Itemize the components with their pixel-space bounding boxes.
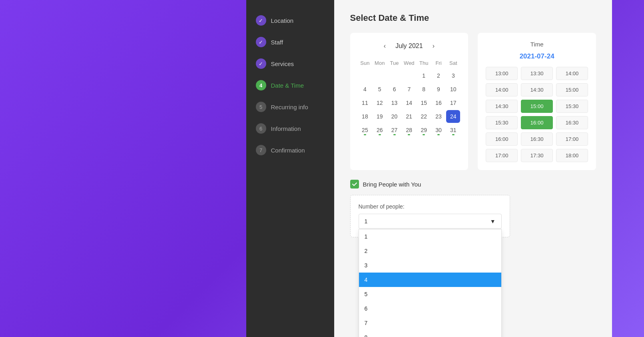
time-grid: 13:00 13:30 14:00 14:00 14:30 15:00 14:3…	[486, 67, 588, 162]
sidebar-item-confirmation[interactable]: 7 Confirmation	[246, 139, 334, 161]
dropdown-option-5[interactable]: 5	[359, 287, 501, 301]
time-slot-1630-1[interactable]: 16:30	[556, 116, 588, 129]
time-slot-1400-1[interactable]: 14:00	[556, 67, 588, 80]
cal-day-30[interactable]: 30	[432, 124, 446, 138]
cal-day-10[interactable]: 10	[446, 83, 460, 96]
next-month-button[interactable]: ›	[429, 41, 438, 51]
cal-day-29[interactable]: 29	[417, 124, 431, 138]
step-icon-staff: ✓	[256, 37, 266, 47]
time-slot-1530-1[interactable]: 15:30	[556, 100, 588, 113]
sidebar-item-datetime[interactable]: 4 Date & Time	[246, 74, 334, 96]
time-slot-1600-selected[interactable]: 16:00	[521, 116, 553, 129]
cal-day-22[interactable]: 22	[417, 110, 431, 123]
calendar-week-3: 11 12 13 14 15 16 17	[358, 96, 461, 109]
step-icon-datetime: 4	[256, 80, 266, 90]
cal-day-16[interactable]: 16	[432, 96, 446, 109]
cal-day-27[interactable]: 27	[387, 124, 401, 138]
day-header-tue: Tue	[387, 58, 401, 68]
dropdown-option-1[interactable]: 1	[359, 229, 501, 244]
cal-day-5[interactable]: 5	[373, 83, 387, 96]
sidebar-item-label: Confirmation	[271, 147, 305, 154]
day-header-sat: Sat	[446, 58, 460, 68]
day-header-thu: Thu	[417, 58, 431, 68]
cal-day-1[interactable]: 1	[417, 69, 431, 82]
time-slot-1500-selected[interactable]: 15:00	[521, 100, 553, 113]
sidebar-item-label: Date & Time	[271, 82, 304, 89]
sidebar-item-label: Services	[271, 60, 294, 67]
bring-people-checkbox[interactable]	[350, 180, 359, 189]
cal-day-31[interactable]: 31	[446, 124, 460, 138]
cal-day-21[interactable]: 21	[402, 110, 416, 123]
time-slot-1600-2[interactable]: 16:00	[486, 132, 518, 146]
sidebar: ✓ Location ✓ Staff ✓ Services 4 Date & T…	[246, 0, 334, 337]
dropdown-option-7[interactable]: 7	[359, 316, 501, 330]
cal-day-6[interactable]: 6	[387, 83, 401, 96]
sidebar-item-staff[interactable]: ✓ Staff	[246, 31, 334, 53]
dropdown-option-2[interactable]: 2	[359, 244, 501, 258]
cal-day-4[interactable]: 4	[358, 83, 372, 96]
calendar-week-1: 1 2 3	[358, 69, 461, 82]
cal-day-3[interactable]: 3	[446, 69, 460, 82]
dropdown-arrow-icon: ▼	[490, 218, 496, 225]
people-select-display[interactable]: 1 ▼	[359, 214, 502, 229]
cal-day-23[interactable]: 23	[432, 110, 446, 123]
people-dropdown-list: 1 2 3 4 5 6 7 8 9	[359, 229, 502, 337]
time-slot-1430-2[interactable]: 14:30	[486, 100, 518, 113]
time-selected-date: 2021-07-24	[486, 52, 588, 60]
sidebar-item-location[interactable]: ✓ Location	[246, 10, 334, 31]
cal-day-9[interactable]: 9	[432, 83, 446, 96]
time-section: Time 2021-07-24 13:00 13:30 14:00 14:00 …	[478, 33, 596, 170]
cal-day-18[interactable]: 18	[358, 110, 372, 123]
cal-day-28[interactable]: 28	[402, 124, 416, 138]
cal-empty	[402, 69, 416, 82]
sidebar-item-services[interactable]: ✓ Services	[246, 53, 334, 74]
cal-day-15[interactable]: 15	[417, 96, 431, 109]
day-header-mon: Mon	[373, 58, 387, 68]
step-icon-services: ✓	[256, 58, 266, 69]
step-icon-confirmation: 7	[256, 145, 266, 155]
time-slot-1400-2[interactable]: 14:00	[486, 83, 518, 96]
time-slot-1630-2[interactable]: 16:30	[521, 132, 553, 146]
dropdown-option-3[interactable]: 3	[359, 258, 501, 273]
month-label: July 2021	[395, 42, 423, 50]
time-header: Time	[486, 41, 588, 48]
time-slot-1330[interactable]: 13:30	[521, 67, 553, 80]
cal-day-14[interactable]: 14	[402, 96, 416, 109]
time-slot-1530-2[interactable]: 15:30	[486, 116, 518, 129]
dropdown-option-6[interactable]: 6	[359, 301, 501, 316]
day-header-fri: Fri	[432, 58, 446, 68]
dropdown-option-8[interactable]: 8	[359, 330, 501, 337]
cal-day-24[interactable]: 24	[446, 110, 460, 123]
time-slot-1500-1[interactable]: 15:00	[556, 83, 588, 96]
time-slot-1300[interactable]: 13:00	[486, 67, 518, 80]
time-slot-1700-1[interactable]: 17:00	[556, 132, 588, 146]
time-slot-1730[interactable]: 17:30	[521, 149, 553, 162]
cal-day-12[interactable]: 12	[373, 96, 387, 109]
cal-day-11[interactable]: 11	[358, 96, 372, 109]
cal-day-13[interactable]: 13	[387, 96, 401, 109]
cal-day-7[interactable]: 7	[402, 83, 416, 96]
dropdown-option-4[interactable]: 4	[359, 273, 501, 287]
sidebar-item-label: Information	[271, 125, 301, 132]
cal-day-19[interactable]: 19	[373, 110, 387, 123]
sidebar-item-information[interactable]: 6 Information	[246, 118, 334, 139]
time-slot-1700-2[interactable]: 17:00	[486, 149, 518, 162]
cal-empty	[373, 69, 387, 82]
calendar-header-row: Sun Mon Tue Wed Thu Fri Sat	[358, 58, 461, 68]
calendar-week-2: 4 5 6 7 8 9 10	[358, 83, 461, 96]
cal-day-8[interactable]: 8	[417, 83, 431, 96]
bring-people-label: Bring People with You	[363, 181, 421, 188]
prev-month-button[interactable]: ‹	[381, 41, 389, 51]
cal-day-17[interactable]: 17	[446, 96, 460, 109]
calendar-week-4: 18 19 20 21 22 23 24	[358, 110, 461, 123]
cal-day-2[interactable]: 2	[432, 69, 446, 82]
day-header-sun: Sun	[358, 58, 372, 68]
time-slot-1800[interactable]: 18:00	[556, 149, 588, 162]
cal-day-26[interactable]: 26	[373, 124, 387, 138]
sidebar-item-recurring[interactable]: 5 Recurring info	[246, 96, 334, 118]
num-people-label: Number of people:	[359, 203, 502, 210]
cal-day-25[interactable]: 25	[358, 124, 372, 138]
step-icon-information: 6	[256, 123, 266, 134]
time-slot-1430-1[interactable]: 14:30	[521, 83, 553, 96]
cal-day-20[interactable]: 20	[387, 110, 401, 123]
